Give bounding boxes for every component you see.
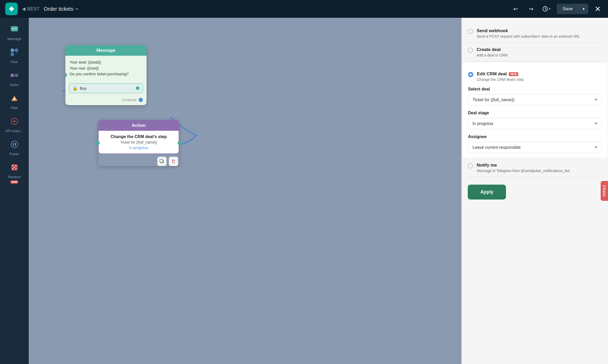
sidebar: Message Flow Action [0, 18, 29, 364]
canvas[interactable]: Message Your seat: {{seat}}Your row: {{r… [29, 18, 461, 364]
brand-arrow-icon: ◀ [22, 6, 26, 12]
random-new-badge: NEW [10, 180, 18, 184]
random-icon [10, 163, 19, 173]
sidebar-item-action[interactable]: Action [3, 68, 26, 90]
apireq-icon [10, 117, 19, 127]
redo-button[interactable]: ↪ [525, 3, 537, 15]
svg-rect-13 [13, 143, 14, 146]
svg-rect-14 [15, 143, 16, 146]
svg-point-2 [12, 28, 13, 29]
action-icon [10, 71, 19, 81]
save-dropdown-button[interactable]: ▼ [579, 4, 588, 14]
undo-button[interactable]: ↩ [510, 3, 521, 15]
filter-icon [10, 94, 19, 104]
svg-point-20 [14, 167, 15, 168]
message-node[interactable]: Message Your seat: {{seat}}Your row: {{r… [65, 45, 147, 105]
option-notify-me-radio[interactable] [468, 163, 473, 168]
option-create-deal-desc: Add a deal to CRM [477, 53, 602, 57]
option-send-webhook-desc: Send a POST request with subscribers' da… [477, 34, 602, 38]
sidebar-item-filter[interactable]: Filter [3, 91, 26, 113]
main-layout: Message Flow Action [0, 18, 608, 364]
message-node-header: Message [65, 45, 147, 56]
sidebar-item-random[interactable]: Random NEW [3, 160, 26, 187]
option-create-deal-radio[interactable] [468, 48, 473, 53]
option-send-webhook-radio[interactable] [468, 29, 473, 34]
save-button-group: Save ▼ [557, 4, 588, 14]
svg-rect-6 [15, 49, 18, 52]
svg-rect-9 [15, 74, 18, 77]
svg-point-19 [12, 168, 13, 169]
option-edit-crm-deal-content: Edit CRM deal NEW Change the CRM deal's … [477, 71, 601, 82]
right-panel: Send webhook Send a POST request with su… [461, 18, 608, 364]
continue-dot [139, 98, 143, 102]
message-node-buy-button[interactable]: 🔒 Buy [69, 83, 143, 93]
save-button[interactable]: Save [557, 4, 578, 14]
pause-icon [10, 140, 19, 150]
page-title: Order tickets ✏ [44, 6, 79, 12]
svg-point-10 [14, 98, 15, 100]
delete-button[interactable] [169, 157, 178, 166]
chats-tab[interactable]: Chats [601, 181, 608, 201]
option-notify-me-title: Notify me [477, 163, 602, 168]
option-edit-crm-deal-title: Edit CRM deal NEW [477, 71, 601, 77]
select-deal-dropdown[interactable]: Ticket for {{full_name}} [468, 94, 601, 105]
flow-icon [10, 48, 19, 58]
sidebar-item-pause[interactable]: Pause [3, 137, 26, 159]
app-logo [5, 3, 18, 15]
message-icon [10, 25, 19, 35]
sidebar-item-apireq-label: API reque... [5, 129, 23, 133]
option-edit-crm-deal[interactable]: Edit CRM deal NEW Change the CRM deal's … [461, 62, 608, 158]
svg-point-16 [12, 165, 13, 166]
svg-point-4 [15, 28, 16, 29]
option-notify-me-desc: Message in Telegram from @sendpulse_noti… [477, 169, 602, 173]
option-edit-crm-deal-header[interactable]: Edit CRM deal NEW Change the CRM deal's … [468, 67, 601, 82]
option-create-deal-content: Create deal Add a deal to CRM [477, 47, 602, 57]
sidebar-item-action-label: Action [9, 83, 19, 87]
action-node[interactable]: Action Change the CRM deal's step Ticket… [98, 120, 179, 166]
option-edit-crm-deal-desc: Change the CRM deal's step [477, 77, 601, 82]
action-node-header: Action [99, 120, 179, 131]
apply-button[interactable]: Apply [468, 185, 506, 200]
svg-rect-7 [11, 53, 14, 56]
sidebar-item-filter-label: Filter [10, 106, 18, 110]
assignee-label: Assignee [468, 134, 601, 139]
history-button[interactable]: ▼ [541, 3, 553, 15]
option-send-webhook[interactable]: Send webhook Send a POST request with su… [468, 24, 602, 43]
edit-title-icon[interactable]: ✏ [75, 7, 79, 12]
assignee-dropdown[interactable]: Leave current responsible [468, 142, 601, 153]
option-send-webhook-title: Send webhook [477, 28, 602, 33]
option-edit-crm-deal-radio[interactable] [468, 72, 473, 77]
buy-button-dot [136, 86, 139, 90]
sidebar-item-apireq[interactable]: API reque... [3, 114, 26, 136]
svg-rect-22 [160, 159, 163, 162]
sidebar-item-flow-label: Flow [11, 60, 18, 64]
message-node-body: Your seat: {{seat}}Your row: {{row}}Do y… [65, 56, 147, 81]
option-notify-me[interactable]: Notify me Message in Telegram from @send… [468, 158, 602, 177]
right-panel-inner: Send webhook Send a POST request with su… [461, 18, 608, 206]
brand-name: ◀ BEST [22, 6, 40, 12]
action-node-buttons [98, 157, 179, 166]
deal-stage-dropdown[interactable]: In progress [468, 118, 601, 129]
sidebar-item-flow[interactable]: Flow [3, 45, 26, 67]
close-button[interactable]: ✕ [593, 5, 603, 13]
svg-rect-8 [11, 74, 14, 77]
option-notify-me-content: Notify me Message in Telegram from @send… [477, 163, 602, 173]
sidebar-item-message-label: Message [7, 37, 21, 41]
action-node-body: Change the CRM deal's step Ticket for {{… [99, 131, 179, 153]
lock-icon: 🔒 [72, 86, 78, 91]
svg-point-3 [14, 28, 15, 29]
topbar: ◀ BEST Order tickets ✏ ↩ ↪ ▼ Save ▼ ✕ [0, 0, 608, 18]
option-create-deal[interactable]: Create deal Add a deal to CRM [468, 43, 602, 62]
message-node-continue: Continue [65, 97, 147, 105]
option-create-deal-title: Create deal [477, 47, 602, 52]
sidebar-item-random-label: Random [8, 175, 21, 179]
svg-point-12 [11, 141, 18, 148]
edit-crm-deal-new-badge: NEW [509, 72, 518, 76]
duplicate-button[interactable] [157, 157, 167, 166]
svg-point-18 [15, 165, 16, 166]
sidebar-item-pause-label: Pause [9, 152, 19, 156]
sidebar-item-message[interactable]: Message [3, 22, 26, 44]
deal-stage-label: Deal stage [468, 111, 601, 115]
select-deal-label: Select deal [468, 87, 601, 92]
svg-rect-5 [11, 49, 14, 52]
